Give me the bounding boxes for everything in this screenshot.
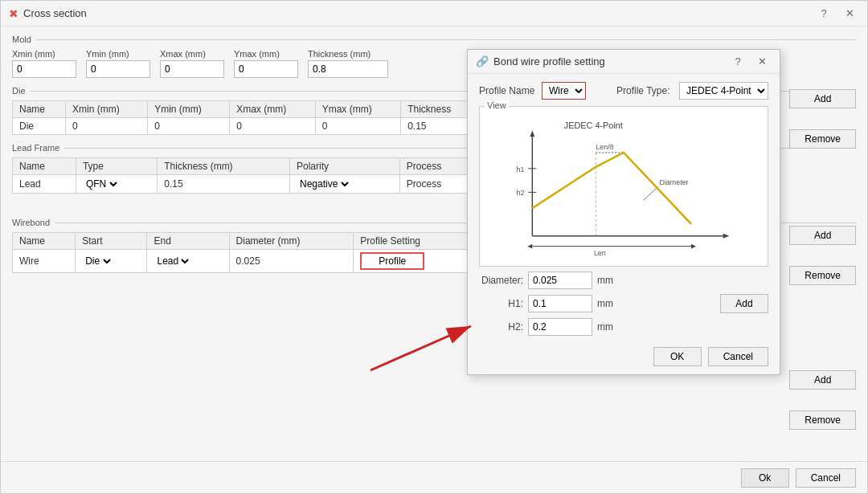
view-label: View bbox=[485, 100, 509, 110]
profile-button[interactable]: Profile bbox=[360, 252, 424, 270]
ok-button[interactable]: Ok bbox=[741, 468, 789, 488]
diameter-label: Diameter bbox=[659, 178, 688, 186]
h1-label: h1 bbox=[517, 165, 525, 174]
lf-type-select[interactable]: QFN bbox=[83, 178, 120, 190]
bond-wire-dialog: 🔗 Bond wire profile setting ? ✕ Profile … bbox=[467, 49, 780, 375]
dialog-add-button[interactable]: Add bbox=[720, 294, 768, 313]
h1-input[interactable] bbox=[528, 295, 592, 312]
die-table: Name Xmin (mm) Ymin (mm) Xmax (mm) Ymax … bbox=[12, 100, 478, 135]
bottom-bar: Ok Cancel bbox=[1, 461, 867, 493]
profile-name-label: Profile Name bbox=[479, 85, 535, 96]
wb-start: Die bbox=[76, 250, 147, 273]
h2-label: h2 bbox=[517, 189, 525, 197]
wb-col-end: End bbox=[147, 233, 229, 250]
h2-input[interactable] bbox=[528, 318, 592, 336]
lf-polarity-select[interactable]: Negative bbox=[297, 178, 351, 190]
dialog-controls: ? ✕ bbox=[728, 52, 772, 71]
lf-type: QFN bbox=[76, 175, 157, 194]
diameter-row: Diameter: mm bbox=[479, 271, 768, 289]
main-window: ✖ Cross section ? ✕ Mold Xmin (mm) Ymin … bbox=[0, 0, 868, 494]
view-section: View JEDEC 4-Point bbox=[479, 106, 768, 267]
die-xmin: 0 bbox=[66, 118, 148, 135]
dialog-help-button[interactable]: ? bbox=[728, 52, 747, 71]
h2-row: H2: mm bbox=[479, 318, 768, 336]
mold-xmax-input[interactable] bbox=[160, 60, 224, 78]
die-col-xmin: Xmin (mm) bbox=[66, 101, 148, 118]
len-label: Len bbox=[594, 250, 606, 258]
svg-marker-13 bbox=[691, 244, 696, 249]
lf-col-polarity: Polarity bbox=[290, 158, 400, 175]
mold-thickness-label: Thickness (mm) bbox=[308, 49, 388, 59]
lf-col-name: Name bbox=[13, 158, 76, 175]
chart-title: JEDEC 4-Point bbox=[564, 120, 623, 130]
wb-remove-button[interactable]: Remove bbox=[789, 410, 856, 430]
lf-add-button[interactable]: Add bbox=[789, 226, 856, 245]
die-ymax: 0 bbox=[315, 118, 401, 135]
mold-xmin-input[interactable] bbox=[12, 60, 76, 78]
die-ymin: 0 bbox=[148, 118, 230, 135]
lf-side-buttons: Add Remove bbox=[789, 226, 856, 285]
h2-label-text: H2: bbox=[479, 321, 523, 333]
dialog-profile-row: Profile Name Wire Profile Type: JEDEC 4-… bbox=[479, 82, 768, 100]
dialog-bottom: OK Cancel bbox=[479, 342, 768, 366]
lf-process: Process bbox=[399, 175, 477, 194]
lf-col-thickness: Thickness (mm) bbox=[158, 158, 290, 175]
lf-remove-button[interactable]: Remove bbox=[789, 266, 856, 285]
title-bar: ✖ Cross section ? ✕ bbox=[1, 1, 867, 27]
mold-xmax-group: Xmax (mm) bbox=[160, 49, 224, 78]
dialog-cancel-button[interactable]: Cancel bbox=[708, 347, 768, 366]
wb-col-profile: Profile Setting bbox=[354, 233, 478, 250]
wb-add-button[interactable]: Add bbox=[789, 370, 856, 390]
h1-row: H1: mm Add bbox=[479, 294, 768, 313]
die-col-name: Name bbox=[13, 101, 66, 118]
die-add-button[interactable]: Add bbox=[789, 89, 856, 108]
diameter-input[interactable] bbox=[528, 271, 592, 289]
profile-name-select[interactable]: Wire bbox=[542, 82, 586, 100]
dialog-icon: 🔗 bbox=[476, 55, 489, 67]
mold-xmin-group: Xmin (mm) bbox=[12, 49, 76, 78]
wirebond-row: Wire Die Lead 0.025 bbox=[13, 250, 478, 273]
close-button[interactable]: ✕ bbox=[840, 4, 859, 23]
dialog-ok-button[interactable]: OK bbox=[653, 347, 702, 366]
mold-xmax-label: Xmax (mm) bbox=[160, 49, 224, 59]
h2-unit: mm bbox=[597, 321, 613, 333]
wb-start-select[interactable]: Die bbox=[82, 255, 113, 267]
profile-type-label: Profile Type: bbox=[616, 85, 673, 96]
h1-label-text: H1: bbox=[479, 298, 523, 309]
die-col-ymin: Ymin (mm) bbox=[148, 101, 230, 118]
lf-col-process: Process bbox=[399, 158, 477, 175]
lead-frame-table: Name Type Thickness (mm) Polarity Proces… bbox=[12, 157, 478, 194]
wb-name: Wire bbox=[13, 250, 76, 273]
wb-side-buttons: Add Remove bbox=[789, 370, 856, 430]
mold-ymin-group: Ymin (mm) bbox=[86, 49, 150, 78]
help-button[interactable]: ? bbox=[814, 4, 833, 23]
svg-line-10 bbox=[644, 186, 658, 200]
jedec-chart: JEDEC 4-Point Len/8 bbox=[485, 112, 763, 261]
wb-end-select[interactable]: Lead bbox=[154, 255, 191, 267]
die-col-xmax: Xmax (mm) bbox=[230, 101, 316, 118]
cancel-button[interactable]: Cancel bbox=[796, 468, 856, 488]
window-title: Cross section bbox=[23, 7, 87, 19]
lf-polarity: Negative bbox=[290, 175, 400, 194]
h1-unit: mm bbox=[597, 298, 613, 309]
mold-ymax-input[interactable] bbox=[234, 60, 298, 78]
die-remove-button[interactable]: Remove bbox=[789, 129, 856, 149]
die-xmax: 0 bbox=[230, 118, 316, 135]
diameter-unit: mm bbox=[597, 275, 613, 286]
lf-name: Lead bbox=[13, 175, 76, 194]
mold-thickness-group: Thickness (mm) bbox=[308, 49, 388, 78]
len8-label: Len/8 bbox=[596, 143, 613, 151]
lf-thickness: 0.15 bbox=[158, 175, 290, 194]
svg-marker-5 bbox=[530, 130, 534, 137]
mold-ymax-group: Ymax (mm) bbox=[234, 49, 298, 78]
dialog-close-button[interactable]: ✕ bbox=[752, 52, 772, 71]
lead-frame-row: Lead QFN 0.15 Negative Process bbox=[13, 175, 478, 194]
wb-end: Lead bbox=[147, 250, 229, 273]
die-row: Die 0 0 0 0 0.15 bbox=[13, 118, 478, 135]
mold-ymax-label: Ymax (mm) bbox=[234, 49, 298, 59]
mold-ymin-input[interactable] bbox=[86, 60, 150, 78]
mold-thickness-input[interactable] bbox=[308, 60, 388, 78]
profile-type-select[interactable]: JEDEC 4-Point bbox=[679, 82, 768, 100]
mold-section-label: Mold bbox=[12, 35, 856, 44]
dialog-title-bar: 🔗 Bond wire profile setting ? ✕ bbox=[468, 50, 780, 74]
